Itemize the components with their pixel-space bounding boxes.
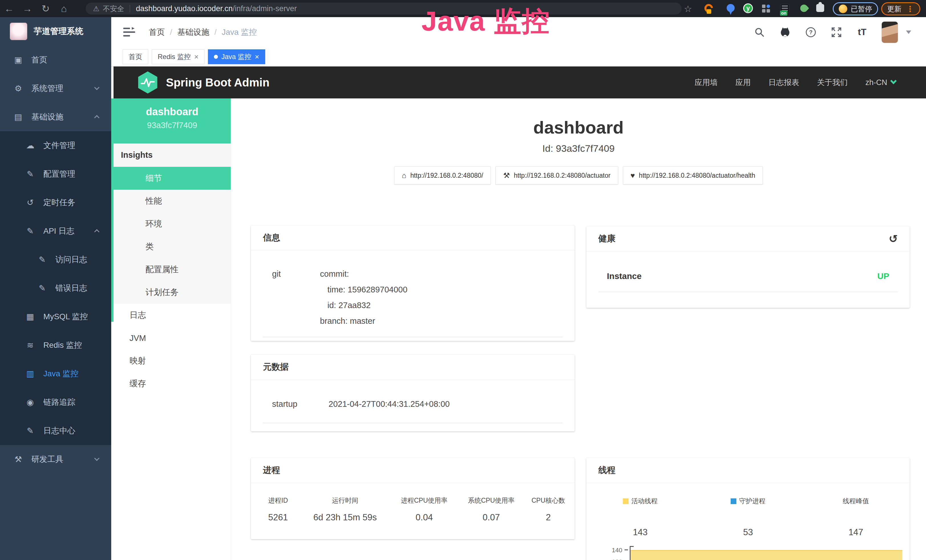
back-icon[interactable]: ← (0, 3, 18, 14)
legend-label: 守护进程 (739, 496, 766, 506)
sba-item-environment[interactable]: 环境 (113, 212, 231, 235)
health-url: http://192.168.0.2:48080/actuator/health (639, 172, 755, 179)
legend-peak-threads: 线程峰值 (843, 496, 869, 506)
sba-item-beans[interactable]: 类 (113, 235, 231, 258)
sidebar-item-infra[interactable]: ▤基础设施 (0, 103, 111, 131)
emoji-avatar (839, 5, 847, 13)
sidebar-item-api-log[interactable]: ✎API 日志 (0, 217, 111, 245)
health-history-icon[interactable]: ↺ (889, 233, 898, 245)
caret-down-icon[interactable] (906, 30, 911, 34)
val-system-cpu: 0.07 (483, 512, 500, 523)
gear-icon: ⚙ (12, 83, 24, 93)
edit-icon: ✎ (36, 255, 48, 265)
status-badge: UP (877, 271, 889, 281)
user-avatar[interactable] (882, 21, 898, 43)
git-commit-id: id: 27aa832 (320, 298, 407, 313)
sidebar-item-label: 基础设施 (31, 112, 63, 123)
instance-header[interactable]: dashboard 93a3fc7f7409 (113, 98, 231, 144)
help-icon[interactable]: ? (805, 26, 817, 38)
page-instance-id: Id: 93a3fc7f7409 (231, 143, 926, 154)
val-pid: 5261 (268, 512, 288, 523)
breadcrumb-infra[interactable]: 基础设施 (177, 27, 209, 38)
sba-nav-wallboard[interactable]: 应用墙 (694, 77, 717, 88)
service-url: http://192.168.0.2:48080/ (410, 172, 483, 179)
close-icon[interactable]: × (255, 53, 259, 61)
sidebar-item-file[interactable]: ☁文件管理 (0, 131, 111, 160)
sba-item-caches[interactable]: 缓存 (113, 372, 231, 395)
search-icon[interactable] (753, 26, 766, 38)
sba-nav-about[interactable]: 关于我们 (817, 77, 847, 88)
font-size-icon[interactable]: tT (856, 26, 869, 38)
sidebar-item-system[interactable]: ⚙系统管理 (0, 74, 111, 103)
sidebar-item-config[interactable]: ✎配置管理 (0, 160, 111, 188)
sidebar-item-label: 研发工具 (31, 454, 63, 465)
extension-icon[interactable] (703, 2, 715, 14)
sidebar-item-job[interactable]: ↺定时任务 (0, 188, 111, 217)
tab-redis-monitor[interactable]: Redis 监控× (152, 49, 204, 64)
health-card: 健康 ↺ Instance UP (586, 226, 910, 308)
git-key: git (263, 266, 320, 329)
sidebar-item-home[interactable]: ▣首页 (0, 45, 111, 74)
tab-label: 首页 (129, 52, 142, 61)
sidebar-item-mysql[interactable]: ▦MySQL 监控 (0, 303, 111, 331)
breadcrumb: 首页 / 基础设施 / Java 监控 (149, 27, 257, 38)
sidebar-item-devtools[interactable]: ⚒研发工具 (0, 445, 111, 474)
sba-locale-select[interactable]: zh-CN (865, 78, 896, 87)
profile-paused-badge[interactable]: 已暂停 (833, 2, 878, 15)
home-icon: ⌂ (402, 171, 406, 180)
forward-icon[interactable]: → (18, 3, 36, 14)
threads-area-series (631, 550, 902, 560)
extensions-puzzle-icon[interactable] (816, 4, 824, 12)
monitor-icon: ▤ (12, 112, 24, 122)
admin-sidebar: 芋道管理系统 ▣首页 ⚙系统管理 ▤基础设施 ☁文件管理 ✎配置管理 ↺定时任务… (0, 17, 111, 560)
tab-java-monitor[interactable]: Java 监控× (208, 49, 265, 64)
bookmark-star-icon[interactable]: ☆ (684, 3, 692, 14)
sidebar-item-java-monitor[interactable]: ▥Java 监控 (0, 359, 111, 388)
sba-nav-journal[interactable]: 日志报表 (768, 77, 799, 88)
pin-extension-icon[interactable] (727, 4, 735, 12)
home-icon[interactable]: ⌂ (55, 3, 73, 14)
actuator-url-button[interactable]: ⚒http://192.168.0.2:48080/actuator (495, 166, 618, 185)
blue-legend-swatch (731, 498, 736, 504)
sba-item-scheduledtasks[interactable]: 计划任务 (113, 281, 231, 304)
sba-item-mappings[interactable]: 映射 (113, 350, 231, 372)
startup-value: 2021-04-27T00:44:31.254+08:00 (328, 396, 450, 412)
table-icon: ▦ (24, 312, 36, 321)
sidebar-item-trace[interactable]: ◉链路追踪 (0, 388, 111, 416)
close-icon[interactable]: × (194, 53, 198, 61)
sidebar-item-label: 配置管理 (43, 169, 75, 179)
update-button[interactable]: 更新 ⋮ (881, 2, 920, 15)
health-url-button[interactable]: ♥http://192.168.0.2:48080/actuator/healt… (623, 166, 763, 185)
security-label[interactable]: 不安全 (103, 4, 124, 14)
browser-menu-icon[interactable]: ⋮ (906, 4, 914, 14)
breadcrumb-home[interactable]: 首页 (149, 27, 165, 38)
address-bar[interactable]: ⚠ 不安全 dashboard.yudao.iocoder.cn /infra/… (86, 3, 682, 15)
github-icon[interactable] (779, 26, 791, 38)
sba-item-metrics[interactable]: 性能 (113, 190, 231, 212)
app-logo (10, 23, 27, 40)
sidebar-item-redis[interactable]: ≋Redis 监控 (0, 331, 111, 359)
sba-item-configprops[interactable]: 配置属性 (113, 258, 231, 281)
grid-extension-icon[interactable] (762, 4, 770, 12)
sba-item-loggers[interactable]: 日志 (113, 304, 231, 327)
legend-live-threads: 活动线程 (623, 496, 658, 506)
metadata-card: 元数据 startup 2021-04-27T00:44:31.254+08:0… (251, 354, 575, 431)
leaf-extension-icon[interactable] (799, 3, 809, 14)
sba-nav-applications[interactable]: 应用 (735, 77, 750, 88)
instance-name: dashboard (113, 106, 231, 118)
sba-item-details[interactable]: 细节 (113, 167, 231, 190)
y-extension-icon[interactable]: y (743, 3, 753, 13)
sidebar-item-log-center[interactable]: ✎日志中心 (0, 416, 111, 445)
service-url-button[interactable]: ⌂http://192.168.0.2:48080/ (394, 166, 491, 185)
reload-icon[interactable]: ↻ (36, 3, 55, 14)
hamburger-icon[interactable] (123, 27, 135, 37)
sidebar-item-error-log[interactable]: ✎错误日志 (0, 274, 111, 303)
y-tick-label: 140 (602, 546, 622, 554)
sidebar-item-access-log[interactable]: ✎访问日志 (0, 245, 111, 274)
switch-extension-icon[interactable]: on (780, 4, 790, 12)
sba-item-jvm[interactable]: JVM (113, 327, 231, 350)
app-logo-row[interactable]: 芋道管理系统 (0, 17, 111, 45)
tab-home[interactable]: 首页 (123, 49, 148, 64)
sba-brand-title[interactable]: Spring Boot Admin (166, 76, 269, 89)
fullscreen-icon[interactable] (830, 26, 843, 38)
